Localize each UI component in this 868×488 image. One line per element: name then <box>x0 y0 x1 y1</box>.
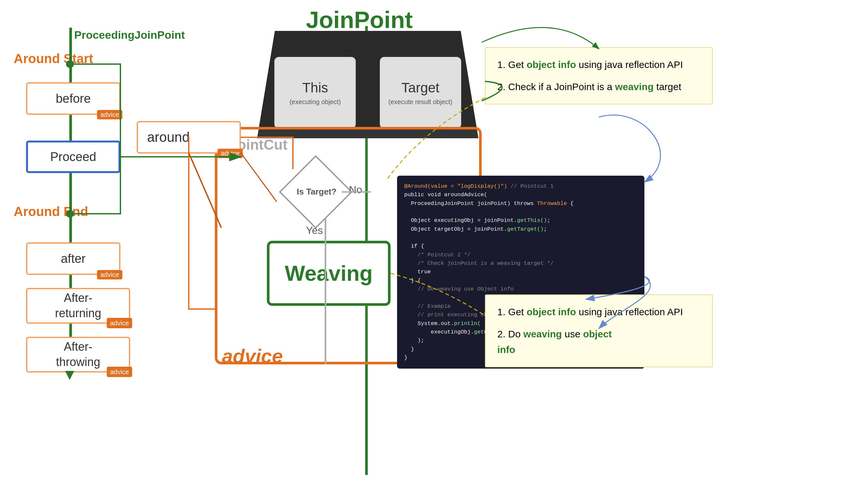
after-throwing-label: After- throwing <box>56 339 100 370</box>
proceeding-joinpoint-label: ProceedingJoinPoint <box>74 29 185 41</box>
note2-item1: 1. Get object info using java reflection… <box>497 304 701 320</box>
around-start-label: Around Start <box>14 52 93 66</box>
before-label: before <box>56 92 91 106</box>
joinpoint-this-box: This (executing object) <box>274 57 356 129</box>
around-end-label: Around End <box>14 204 88 219</box>
weaving-box: Weaving <box>267 241 391 306</box>
before-advice-badge: advice <box>97 110 122 120</box>
note-bottom: 1. Get object info using java reflection… <box>485 294 713 367</box>
note-top: 1. Get object info using java reflection… <box>485 47 713 104</box>
around-end-dot <box>66 210 74 218</box>
around-start-dot <box>66 60 74 68</box>
left-arrow-down <box>65 371 74 380</box>
joinpoint-target-box: Target (execute result object) <box>380 57 461 129</box>
no-label: No <box>349 184 362 196</box>
before-box: before advice <box>26 82 120 115</box>
joinpoint-target-sub: (execute result object) <box>388 98 453 106</box>
after-returning-box: After- returning advice <box>26 288 130 324</box>
after-box: after advice <box>26 242 120 275</box>
note2-weaving: weaving <box>523 329 562 339</box>
note1-item1: 1. Get object info using java reflection… <box>497 57 701 72</box>
note1-item2: 2. Check if a JoinPoint is a weaving tar… <box>497 79 701 95</box>
note1-object-info: object info <box>527 59 576 70</box>
after-label: after <box>61 252 86 266</box>
joinpoint-this-sub: (executing object) <box>289 98 341 106</box>
advice-bottom-label: advice <box>222 345 283 367</box>
note1-text1: using java reflection API <box>576 59 683 70</box>
around-label: around <box>147 129 190 145</box>
after-throwing-advice-badge: advice <box>107 367 132 377</box>
after-returning-advice-badge: advice <box>107 318 132 328</box>
proceed-box: Proceed <box>26 140 120 173</box>
after-throwing-box: After- throwing advice <box>26 337 130 372</box>
note1-weaving: weaving <box>615 82 653 92</box>
after-returning-label: After- returning <box>55 291 101 321</box>
joinpoint-this-label: This <box>302 80 328 96</box>
proceed-label: Proceed <box>50 150 96 164</box>
joinpoint-shape: This (executing object) Target (execute … <box>257 31 478 138</box>
joinpoint-target-label: Target <box>401 80 439 96</box>
around-advice-badge: advice <box>217 149 243 158</box>
yes-label: Yes <box>306 225 323 236</box>
after-advice-badge: advice <box>97 270 122 280</box>
joinpoint-title: JoinPoint <box>306 6 413 33</box>
note2-item2: 2. Do weaving use objectinfo <box>497 326 701 358</box>
note2-object-info: object info <box>527 306 576 317</box>
around-box: around advice <box>137 121 241 154</box>
